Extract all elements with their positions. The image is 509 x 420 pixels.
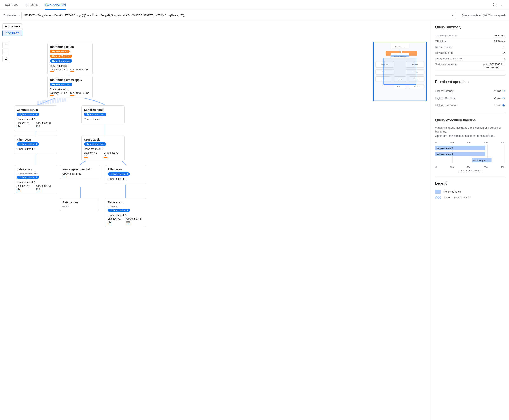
node-compute-struct[interactable]: Compute struct Highest row count Rows re…: [14, 105, 57, 131]
tag-highest-rows: Highest row count: [50, 59, 72, 63]
node-tags: Highest row count: [17, 176, 55, 180]
latency-bar: [108, 224, 112, 225]
node-rows: Rows returned: 1: [108, 214, 143, 217]
node-stats: Latency: <1 ms CPU time: <1 ms: [108, 218, 143, 225]
cpu-bar: [70, 95, 74, 96]
svg-rect-13: [391, 55, 409, 57]
axis-400: 400: [501, 141, 504, 144]
query-status: Query completed (16.23 ms elapsed): [462, 14, 506, 17]
view-toggle: EXPANDED COMPACT: [2, 23, 22, 36]
legend-item-rows: Returned rows: [435, 189, 505, 195]
node-filter-scan-2[interactable]: Filter scan Highest row count Rows retur…: [105, 165, 146, 184]
axis-b-200: 200: [467, 166, 471, 168]
compact-view-btn[interactable]: COMPACT: [2, 30, 22, 36]
latency-bar: [50, 95, 54, 96]
minimap[interactable]: Distributed union Distributed cross appl…: [373, 42, 427, 101]
prominent-label: Highest CPU time: [435, 97, 456, 100]
cpu-bar: [127, 224, 131, 225]
zoom-reset-btn[interactable]: ↺: [2, 56, 9, 62]
query-bar: Explanation › SELECT s.SongName, s.Durat…: [0, 10, 509, 21]
legend-item-machine: Machine group change: [435, 195, 505, 201]
tag-highest-rows: Highest row count: [17, 112, 39, 116]
top-tabs-bar: SCHEMA RESULTS EXPLANATION ⛶ ⌄: [0, 0, 509, 10]
legend-rows-icon: [435, 190, 441, 194]
zoom-in-btn[interactable]: +: [2, 42, 9, 48]
summary-value: 15.36 ms: [494, 40, 505, 43]
node-title: Distributed cross apply: [50, 78, 90, 82]
node-table-scan[interactable]: Table scan on Songs Highest row count Ro…: [105, 198, 146, 227]
node-tags: Highest row count: [84, 142, 122, 147]
node-title: Keyrangeaccumulator: [62, 168, 98, 171]
latency-label: Latency: <1 ms: [84, 151, 97, 157]
axis-0: 0: [435, 141, 437, 144]
prominent-value: <1 ms ⊙: [494, 89, 505, 93]
tag-highest-cpu: Highest CPU time: [50, 55, 72, 58]
timeline-section: Query execution timeline A machine group…: [435, 118, 505, 172]
prominent-row-count: Highest row count 1 row ⊙: [435, 102, 505, 109]
latency-bar: [50, 71, 54, 72]
tab-explanation[interactable]: EXPLANATION: [45, 0, 66, 10]
summary-row-rows-returned: Rows returned 1: [435, 44, 505, 50]
svg-text:Batch scan: Batch scan: [397, 86, 403, 88]
tab-schema[interactable]: SCHEMA: [5, 0, 18, 10]
section-divider-3: [435, 176, 505, 176]
expand-icon[interactable]: ⛶: [493, 2, 497, 7]
node-cross-apply[interactable]: Cross apply Highest row count Rows retur…: [81, 135, 125, 161]
summary-row-stats: Statistics package auto_20230608_17_57_4…: [435, 61, 505, 70]
summary-label: Rows scanned: [435, 51, 453, 54]
node-rows: Rows returned: 1: [17, 118, 55, 121]
svg-text:Machine grou: Machine grou: [472, 159, 486, 162]
summary-value: 1: [503, 45, 505, 49]
node-distributed-union[interactable]: Distributed union Highest latency Highes…: [47, 43, 93, 75]
latency-label: Latency: <1 ms: [17, 184, 30, 190]
cpu-label: CPU time: <1 ms: [104, 151, 118, 157]
main-layout: EXPANDED COMPACT + − ↺: [0, 21, 509, 420]
timeline-desc1: A machine group illustrates the executio…: [435, 126, 501, 133]
legend-title: Legend: [435, 181, 505, 186]
link-icon[interactable]: ⊙: [502, 103, 505, 107]
tab-results[interactable]: RESULTS: [24, 0, 38, 10]
legend-machine-label: Machine group change: [443, 196, 471, 199]
cpu-label: CPU time: <1 ms: [62, 172, 81, 175]
cpu-bar: [104, 158, 108, 158]
query-input[interactable]: SELECT s.SongName, s.Duration FROM Songs…: [22, 12, 456, 19]
summary-label: Rows returned: [435, 45, 453, 49]
legend-rows-label: Returned rows: [443, 190, 461, 193]
node-rows: Rows returned: 1: [50, 88, 90, 91]
node-title: Cross apply: [84, 138, 122, 141]
summary-row-cpu: CPU time 15.36 ms: [435, 38, 505, 44]
node-serialize-result[interactable]: Serialize result Highest row count Rows …: [81, 105, 125, 124]
node-batch-scan[interactable]: Batch scan on $v2: [60, 198, 99, 211]
timeline-axis-label: Time (microseconds): [435, 169, 505, 172]
node-tags: Highest row count: [84, 112, 122, 117]
link-icon[interactable]: ⊙: [502, 89, 505, 93]
node-stats: CPU time: <1 ms: [62, 172, 98, 176]
node-filter-scan-1[interactable]: Filter scan Highest row count Rows retur…: [14, 135, 57, 154]
node-rows: Rows returned: 1: [108, 178, 143, 180]
node-rows: Rows returned: 1: [50, 64, 90, 67]
summary-label: Query optimizer version: [435, 57, 463, 60]
query-dropdown-icon[interactable]: ▾: [452, 13, 453, 17]
tag-highest-rows: Highest row count: [108, 209, 130, 212]
latency-label: Latency: <1 ms: [50, 92, 67, 95]
legend-section: Legend Returned rows Machine group chang…: [435, 181, 505, 201]
tab-group: SCHEMA RESULTS EXPLANATION: [5, 0, 66, 10]
query-summary-title: Query summary: [435, 25, 505, 30]
node-stats: Latency: <1 ms CPU time: <1 ms: [17, 184, 55, 191]
chevron-down-icon[interactable]: ⌄: [501, 2, 504, 8]
tag-highest-rows: Highest row count: [50, 83, 72, 86]
summary-value: 2: [503, 51, 505, 54]
svg-text:Distributed union: Distributed union: [395, 46, 404, 47]
svg-text:Table scan: Table scan: [414, 86, 419, 88]
node-keyrange-accumulator[interactable]: Keyrangeaccumulator CPU time: <1 ms: [60, 165, 101, 179]
link-icon[interactable]: ⊙: [502, 96, 505, 100]
expanded-view-btn[interactable]: EXPANDED: [2, 23, 22, 30]
node-distributed-cross-apply[interactable]: Distributed cross apply Highest row coun…: [47, 75, 93, 98]
node-tags: Highest row count: [50, 83, 90, 87]
zoom-out-btn[interactable]: −: [2, 49, 9, 55]
node-index-scan[interactable]: Index scan on SongsBySongName Highest ro…: [14, 165, 57, 194]
node-title: Distributed union: [50, 45, 90, 49]
node-tags: Highest row count: [17, 112, 55, 117]
axis-b-400: 400: [501, 166, 504, 168]
cpu-bar: [62, 176, 67, 176]
